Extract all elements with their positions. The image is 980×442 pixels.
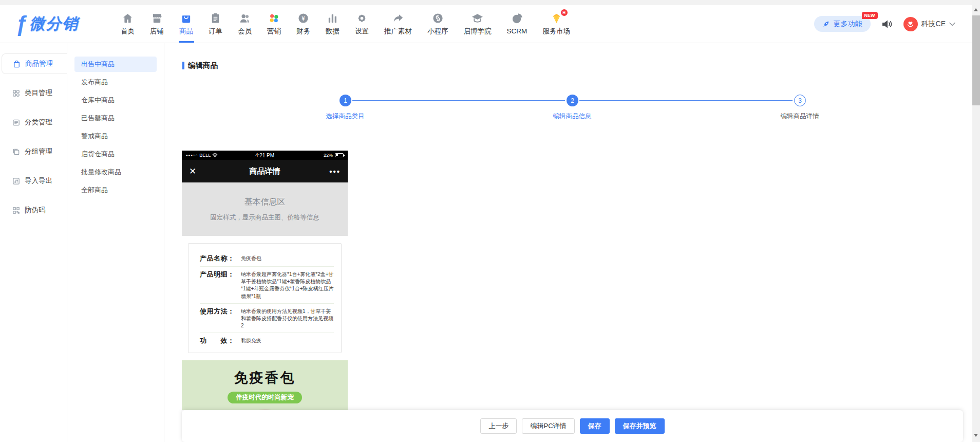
service-market-badge: H bbox=[561, 9, 568, 16]
chevron-down-icon bbox=[949, 22, 955, 26]
previous-step-button[interactable]: 上一步 bbox=[480, 418, 517, 434]
step-2-label: 编辑商品信息 bbox=[544, 112, 600, 121]
nav-item-label: 财务 bbox=[296, 27, 310, 36]
nav-item-label: 订单 bbox=[209, 27, 222, 36]
nav-item-label: 数据 bbox=[326, 27, 340, 36]
products-submenu: 出售中商品 发布商品 仓库中商品 已售罄商品 警戒商品 启货仓商品 批量修改商品… bbox=[67, 43, 164, 442]
marketing-petals-icon bbox=[268, 12, 280, 24]
save-button[interactable]: 保存 bbox=[580, 418, 610, 434]
nav-item-label: 店铺 bbox=[150, 27, 164, 36]
sidebar-item-anticounterfeit[interactable]: 防伪码 bbox=[2, 200, 67, 220]
new-badge: NEW bbox=[862, 12, 878, 19]
scroll-up-arrow[interactable] bbox=[974, 8, 978, 11]
logo-text: 微分销 bbox=[29, 13, 79, 34]
step-3-circle: 3 bbox=[794, 95, 806, 106]
basic-info-subtitle: 固定样式，显示商品主图、价格等信息 bbox=[182, 213, 348, 222]
edit-pc-detail-button[interactable]: 编辑PC详情 bbox=[522, 418, 574, 434]
nav-item-label: 小程序 bbox=[427, 27, 448, 36]
sidebar-item-import-export[interactable]: 导入导出 bbox=[2, 171, 67, 191]
category-grid-icon bbox=[12, 89, 21, 98]
basic-info-placeholder: 基本信息区 固定样式，显示商品主图、价格等信息 bbox=[182, 182, 348, 236]
scrollbar-thumb[interactable] bbox=[972, 15, 980, 105]
nav-item-orders[interactable]: 订单 bbox=[201, 5, 230, 43]
step-3-label: 编辑商品详情 bbox=[771, 112, 828, 121]
sidebar-item-category-manage[interactable]: 类目管理 bbox=[2, 83, 67, 103]
product-field-row: 使用方法： 纳米香囊的使用方法见视频1，甘草干姜和藿香陈皮搭配香芬仪的使用方法见… bbox=[200, 303, 334, 333]
speaker-icon[interactable] bbox=[881, 18, 893, 30]
nav-item-academy[interactable]: 启博学院 bbox=[456, 5, 499, 43]
avatar bbox=[903, 17, 918, 31]
nav-item-data[interactable]: 数据 bbox=[318, 5, 347, 43]
nav-item-members[interactable]: 会员 bbox=[230, 5, 259, 43]
field-value: 免疫香包 bbox=[241, 254, 334, 263]
step-2-circle: 2 bbox=[567, 95, 578, 106]
field-value: 纳米香囊超声雾化器*1台+雾化液*2盒+甘草干姜植物饮品*1罐+藿香陈皮植物饮品… bbox=[241, 270, 334, 300]
more-features-button[interactable]: 更多功能 NEW bbox=[814, 16, 871, 32]
basic-info-title: 基本信息区 bbox=[182, 197, 348, 208]
submenu-item-all-products[interactable]: 全部商品 bbox=[74, 182, 157, 198]
nav-item-products[interactable]: 商品 bbox=[172, 5, 201, 43]
step-connector bbox=[352, 100, 565, 101]
nav-item-finance[interactable]: ¥ 财务 bbox=[289, 5, 318, 43]
nav-item-settings[interactable]: 设置 bbox=[347, 5, 376, 43]
classify-list-icon bbox=[12, 118, 21, 127]
product-manage-icon bbox=[12, 60, 21, 68]
miniprogram-icon bbox=[432, 12, 444, 24]
submenu-item-batch-edit[interactable]: 批量修改商品 bbox=[74, 164, 157, 180]
nav-item-label: 推广素材 bbox=[384, 27, 412, 36]
phone-page-title: 商品详情 bbox=[182, 167, 348, 176]
top-nav-items: 首页 店铺 商品 订单 会员 营销 ¥ 财务 数据 bbox=[113, 5, 578, 43]
submenu-item-stock-warehouse[interactable]: 启货仓商品 bbox=[74, 146, 157, 162]
field-value: 黏膜免疫 bbox=[241, 336, 334, 345]
field-label: 功 效： bbox=[200, 336, 241, 345]
submenu-item-publish[interactable]: 发布商品 bbox=[74, 75, 157, 90]
step-1-label: 选择商品类目 bbox=[317, 112, 373, 121]
sidebar-item-product-manage[interactable]: 商品管理 bbox=[2, 53, 67, 74]
heart-icon bbox=[906, 20, 915, 28]
top-navigation-bar: ƒ 微分销 首页 店铺 商品 订单 会员 营销 ¥ 财 bbox=[0, 5, 980, 43]
sidebar-item-label: 分组管理 bbox=[25, 147, 52, 156]
field-label: 使用方法： bbox=[200, 307, 241, 330]
nav-item-label: 会员 bbox=[238, 27, 252, 36]
submenu-item-sold-out[interactable]: 已售罄商品 bbox=[74, 110, 157, 126]
nav-item-service-market[interactable]: H 服务市场 bbox=[535, 5, 578, 43]
submenu-item-alert[interactable]: 警戒商品 bbox=[74, 128, 157, 144]
finance-yuan-icon: ¥ bbox=[297, 12, 309, 24]
nav-item-miniprogram[interactable]: 小程序 bbox=[420, 5, 456, 43]
footer-action-bar: 上一步 编辑PC详情 保存 保存并预览 bbox=[182, 410, 963, 442]
step-1-circle: 1 bbox=[340, 95, 351, 106]
signal-dots-icon: ●●●○○ bbox=[186, 154, 198, 157]
account-menu[interactable]: 科技CE bbox=[903, 17, 955, 31]
import-export-icon bbox=[12, 177, 21, 186]
nav-item-label: 启博学院 bbox=[464, 27, 492, 36]
page-scrollbar[interactable] bbox=[972, 0, 980, 442]
save-and-preview-button[interactable]: 保存并预览 bbox=[615, 418, 665, 434]
sidebar-item-classify-manage[interactable]: 分类管理 bbox=[2, 112, 67, 133]
field-label: 产品名称： bbox=[200, 254, 241, 263]
wifi-icon bbox=[212, 153, 218, 158]
app-logo[interactable]: ƒ 微分销 bbox=[15, 5, 107, 43]
submenu-item-in-warehouse[interactable]: 仓库中商品 bbox=[74, 93, 157, 108]
nav-item-promo-materials[interactable]: 推广素材 bbox=[376, 5, 420, 43]
product-info-card: 产品名称： 免疫香包 产品明细： 纳米香囊超声雾化器*1台+雾化液*2盒+甘草干… bbox=[188, 243, 342, 353]
product-field-row: 产品名称： 免疫香包 bbox=[200, 251, 334, 266]
scrm-pie-icon bbox=[511, 13, 523, 25]
primary-sidebar: 商品管理 类目管理 分类管理 分组管理 导入导出 防伪码 bbox=[0, 43, 67, 442]
banner-tagline-pill: 伴疫时代的时尚新宠 bbox=[228, 392, 302, 403]
nav-item-store[interactable]: 店铺 bbox=[142, 5, 172, 43]
nav-item-scrm[interactable]: SCRM bbox=[499, 5, 535, 43]
carrier-label: BELL bbox=[199, 153, 211, 158]
nav-item-label: 商品 bbox=[179, 27, 193, 36]
top-strip bbox=[0, 0, 980, 5]
topbar-right-cluster: 更多功能 NEW 科技CE bbox=[814, 5, 955, 43]
logo-f-icon: ƒ bbox=[15, 13, 27, 35]
order-clipboard-icon bbox=[210, 12, 221, 24]
product-field-row: 功 效： 黏膜免疫 bbox=[200, 333, 334, 348]
submenu-item-on-sale[interactable]: 出售中商品 bbox=[74, 57, 157, 72]
nav-item-home[interactable]: 首页 bbox=[113, 5, 142, 43]
nav-item-marketing[interactable]: 营销 bbox=[259, 5, 289, 43]
scroll-down-arrow[interactable] bbox=[974, 434, 978, 437]
phone-nav-bar: ✕ 商品详情 ••• bbox=[182, 160, 348, 182]
more-features-label: 更多功能 bbox=[834, 20, 862, 29]
sidebar-item-group-manage[interactable]: 分组管理 bbox=[2, 141, 67, 162]
